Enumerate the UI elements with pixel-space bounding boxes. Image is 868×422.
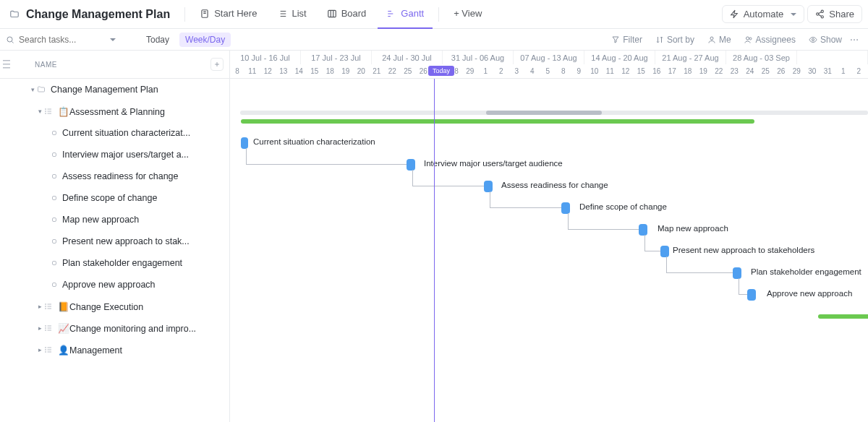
tab-addview-label: + View bbox=[454, 8, 482, 19]
me-button[interactable]: Me bbox=[707, 35, 731, 45]
page-title: Change Management Plan bbox=[26, 8, 170, 21]
tree-row[interactable]: Assess readiness for change bbox=[0, 165, 229, 187]
drag-handle-icon[interactable] bbox=[3, 60, 10, 69]
task-status-icon[interactable] bbox=[52, 261, 56, 265]
group-summary-bar[interactable] bbox=[818, 314, 868, 319]
automate-label: Automate bbox=[744, 9, 784, 20]
svg-point-23 bbox=[46, 328, 46, 329]
automate-button[interactable]: Automate bbox=[722, 5, 805, 23]
task-bar[interactable] bbox=[241, 137, 248, 149]
svg-point-21 bbox=[46, 309, 46, 309]
filter-button[interactable]: Filter bbox=[611, 35, 642, 45]
tab-starthere[interactable]: Start Here bbox=[191, 0, 265, 29]
task-status-icon[interactable] bbox=[52, 174, 56, 178]
group-summary-bar[interactable] bbox=[241, 119, 754, 124]
topbar: Change Management Plan Start Here List B… bbox=[0, 0, 868, 29]
svg-point-10 bbox=[851, 39, 852, 40]
gantt-row: Define scope of change bbox=[230, 197, 868, 219]
day-cell: 2 bbox=[851, 64, 867, 78]
tree-row[interactable]: Map new approach bbox=[0, 209, 229, 231]
task-bar-label: Approve new approach bbox=[767, 289, 852, 298]
tab-addview[interactable]: + View bbox=[445, 0, 490, 29]
folder-icon[interactable] bbox=[6, 6, 23, 23]
tree-row[interactable]: Approve new approach bbox=[0, 274, 229, 296]
svg-point-25 bbox=[46, 348, 46, 348]
tree-row[interactable]: Interview major users/target a... bbox=[0, 144, 229, 165]
day-cell: 11 bbox=[603, 64, 618, 78]
expand-caret-icon[interactable]: ▸ bbox=[36, 303, 43, 310]
name-column-header: NAME bbox=[35, 61, 57, 69]
task-list-panel: NAME ▾Change Management Plan▾📋Assessment… bbox=[0, 51, 230, 422]
row-label: Change Management Plan bbox=[51, 85, 158, 95]
task-bar[interactable] bbox=[660, 246, 669, 257]
tab-list-label: List bbox=[292, 8, 306, 19]
task-bar[interactable] bbox=[747, 289, 756, 301]
tab-board[interactable]: Board bbox=[318, 0, 375, 29]
task-bar[interactable] bbox=[733, 267, 741, 279]
task-status-icon[interactable] bbox=[52, 239, 56, 244]
tree-row[interactable]: Plan stakeholder engagement bbox=[0, 252, 229, 274]
today-button[interactable]: Today bbox=[140, 33, 175, 47]
svg-point-4 bbox=[821, 16, 823, 18]
tree-row[interactable]: Current situation characterizat... bbox=[0, 122, 229, 144]
gantt-row: Approve new approach bbox=[230, 284, 868, 306]
svg-point-2 bbox=[821, 10, 823, 12]
svg-rect-1 bbox=[328, 10, 336, 17]
today-marker: Today bbox=[428, 66, 454, 76]
task-status-icon[interactable] bbox=[52, 152, 56, 157]
more-icon[interactable] bbox=[846, 32, 862, 48]
tree-row[interactable]: ▸📈Change monitoring and impro... bbox=[0, 317, 229, 339]
assignees-button[interactable]: Assignees bbox=[744, 35, 796, 45]
add-column-button[interactable] bbox=[210, 58, 224, 71]
day-cell: 25 bbox=[758, 64, 774, 78]
task-status-icon[interactable] bbox=[52, 218, 56, 222]
day-cell: 15 bbox=[307, 64, 323, 78]
sortby-label: Sort by bbox=[667, 35, 694, 45]
svg-rect-14 bbox=[3, 64, 10, 65]
expand-caret-icon[interactable]: ▾ bbox=[36, 108, 43, 115]
search-input[interactable] bbox=[19, 35, 106, 45]
day-cell: 25 bbox=[400, 64, 416, 78]
task-bar[interactable] bbox=[484, 181, 493, 192]
expand-caret-icon[interactable]: ▾ bbox=[29, 86, 36, 93]
tree-row[interactable]: Define scope of change bbox=[0, 187, 229, 209]
task-status-icon[interactable] bbox=[52, 283, 56, 287]
weekday-toggle[interactable]: Week/Day bbox=[179, 33, 231, 47]
task-bar[interactable] bbox=[639, 224, 647, 236]
task-bar[interactable] bbox=[561, 202, 570, 214]
tree-row[interactable]: Present new approach to stak... bbox=[0, 231, 229, 252]
svg-point-18 bbox=[46, 113, 46, 114]
tree-row[interactable]: ▾📋Assessment & Planning bbox=[0, 100, 229, 122]
tree-row[interactable]: ▸👤Management bbox=[0, 339, 229, 361]
gantt-row: Interview major users/target audience bbox=[230, 154, 868, 176]
search-caret-icon[interactable] bbox=[110, 38, 116, 41]
week-cell: 17 Jul - 23 Jul bbox=[301, 51, 372, 64]
row-label: 📈Change monitoring and impro... bbox=[58, 323, 196, 334]
share-button[interactable]: Share bbox=[807, 5, 862, 23]
assignees-label: Assignees bbox=[756, 35, 796, 45]
gantt-row: Present new approach to stakeholders bbox=[230, 241, 868, 262]
list-icon bbox=[43, 323, 54, 333]
expand-caret-icon[interactable]: ▸ bbox=[36, 346, 43, 353]
gantt-row: Plan stakeholder engagement bbox=[230, 262, 868, 284]
tab-list[interactable]: List bbox=[268, 0, 315, 29]
list-icon bbox=[43, 106, 54, 116]
tree-row[interactable]: ▸📙Change Execution bbox=[0, 296, 229, 317]
task-status-icon[interactable] bbox=[52, 196, 56, 200]
tab-gantt[interactable]: Gantt bbox=[378, 0, 433, 29]
week-cell: 28 Aug - 03 Sep bbox=[726, 51, 797, 64]
day-cell: 5 bbox=[540, 64, 556, 78]
sortby-button[interactable]: Sort by bbox=[655, 35, 694, 45]
task-bar-label: Current situation characterization bbox=[253, 137, 375, 146]
task-status-icon[interactable] bbox=[52, 131, 56, 135]
show-button[interactable]: Show bbox=[809, 35, 842, 45]
list-icon bbox=[43, 301, 54, 311]
task-bar-label: Assess readiness for change bbox=[501, 181, 608, 189]
day-cell: 21 bbox=[369, 64, 385, 78]
task-bar[interactable] bbox=[407, 159, 415, 171]
expand-caret-icon[interactable]: ▸ bbox=[36, 324, 43, 332]
day-cell: 30 bbox=[804, 64, 820, 78]
tree-row[interactable]: ▾Change Management Plan bbox=[0, 79, 229, 100]
row-label: Approve new approach bbox=[62, 280, 156, 290]
gantt-body: Current situation characterizationInterv… bbox=[230, 79, 868, 371]
